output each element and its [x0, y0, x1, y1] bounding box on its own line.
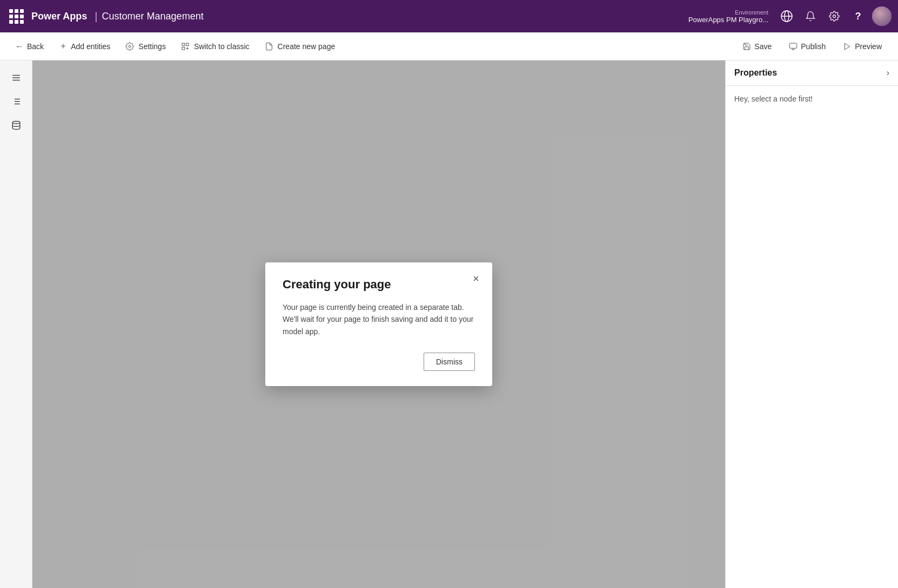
- save-button[interactable]: Save: [735, 39, 779, 54]
- settings-label: Settings: [138, 42, 166, 51]
- save-icon: [742, 42, 751, 51]
- env-name: PowerApps PM Playgro...: [688, 16, 768, 24]
- main-layout: Creating your page Your page is currentl…: [0, 60, 898, 588]
- app-name: Power Apps: [31, 11, 87, 22]
- switch-to-classic-label: Switch to classic: [194, 42, 250, 51]
- svg-marker-11: [845, 43, 850, 50]
- svg-rect-6: [186, 43, 189, 46]
- publish-label: Publish: [801, 42, 826, 51]
- modal-footer: Dismiss: [283, 353, 475, 371]
- create-new-page-label: Create new page: [278, 42, 336, 51]
- question-icon: ?: [855, 11, 861, 22]
- properties-empty-state: Hey, select a node first!: [734, 94, 813, 103]
- notification-button[interactable]: [801, 6, 820, 26]
- database-icon: [11, 120, 21, 130]
- toolbar-right: Save Publish Preview: [735, 39, 889, 54]
- back-label: Back: [27, 42, 44, 51]
- new-page-icon: [265, 42, 273, 51]
- svg-rect-5: [182, 43, 185, 46]
- sidebar: [0, 60, 32, 588]
- modal-body: Your page is currently being created in …: [283, 301, 475, 337]
- help-button[interactable]: ?: [848, 6, 868, 26]
- svg-point-4: [129, 45, 131, 48]
- preview-label: Preview: [855, 42, 882, 51]
- settings-button[interactable]: Settings: [119, 39, 172, 54]
- switch-icon: [181, 42, 190, 51]
- properties-title: Properties: [734, 68, 777, 78]
- back-arrow-icon: ←: [15, 42, 24, 51]
- preview-button[interactable]: Preview: [835, 39, 889, 54]
- hamburger-icon: [11, 73, 21, 83]
- svg-point-21: [12, 121, 20, 124]
- env-label: Environment: [735, 9, 768, 16]
- bell-icon: [805, 11, 816, 22]
- properties-panel: Properties › Hey, select a node first!: [725, 60, 898, 588]
- modal-overlay: Creating your page Your page is currentl…: [32, 60, 725, 588]
- waffle-icon: [9, 9, 24, 24]
- create-new-page-button[interactable]: Create new page: [258, 39, 342, 54]
- settings-nav-button[interactable]: [825, 6, 844, 26]
- sidebar-hamburger-button[interactable]: [5, 67, 27, 89]
- properties-header: Properties ›: [726, 60, 898, 86]
- add-entities-button[interactable]: ＋ Add entities: [52, 37, 117, 55]
- globe-icon-button[interactable]: [777, 6, 796, 26]
- svg-point-3: [833, 15, 836, 18]
- toolbar: ← Back ＋ Add entities Settings Switch to…: [0, 32, 898, 60]
- close-icon: [472, 274, 480, 283]
- globe-icon: [780, 10, 793, 23]
- save-label: Save: [754, 42, 772, 51]
- nav-right-section: Environment PowerApps PM Playgro...: [688, 6, 892, 26]
- publish-icon: [789, 42, 798, 51]
- preview-icon: [843, 42, 852, 51]
- switch-to-classic-button[interactable]: Switch to classic: [175, 39, 256, 54]
- content-area: Creating your page Your page is currentl…: [32, 60, 725, 588]
- plus-icon: ＋: [59, 40, 68, 52]
- avatar-image: [872, 6, 892, 26]
- app-grid-icon[interactable]: [6, 6, 26, 26]
- svg-rect-8: [790, 43, 797, 48]
- user-avatar[interactable]: [872, 6, 892, 26]
- top-nav-bar: Power Apps | Customer Management Environ…: [0, 0, 898, 32]
- publish-button[interactable]: Publish: [781, 39, 833, 54]
- modal-title: Creating your page: [283, 278, 475, 292]
- environment-info: Environment PowerApps PM Playgro...: [688, 9, 768, 24]
- nav-page-title: Customer Management: [102, 11, 204, 22]
- sidebar-list-button[interactable]: [5, 91, 27, 112]
- dismiss-button[interactable]: Dismiss: [424, 353, 475, 371]
- modal-close-button[interactable]: [468, 271, 484, 286]
- sidebar-database-button[interactable]: [5, 114, 27, 136]
- add-entities-label: Add entities: [71, 42, 110, 51]
- back-button[interactable]: ← Back: [9, 38, 50, 55]
- gear-icon: [829, 11, 840, 22]
- svg-rect-7: [182, 47, 185, 50]
- creating-page-modal: Creating your page Your page is currentl…: [265, 262, 492, 386]
- properties-chevron-icon[interactable]: ›: [887, 68, 889, 78]
- nav-separator: |: [95, 10, 97, 23]
- properties-body: Hey, select a node first!: [726, 86, 898, 112]
- settings-gear-icon: [125, 42, 134, 51]
- list-icon: [11, 97, 21, 106]
